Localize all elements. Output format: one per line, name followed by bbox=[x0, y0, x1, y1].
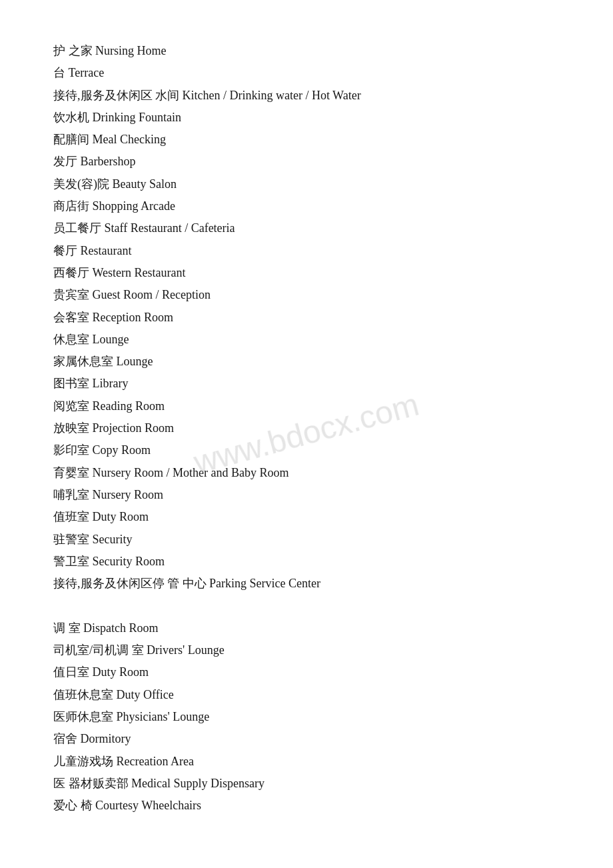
list-item: 医 器材贩卖部 Medical Supply Dispensary bbox=[53, 773, 560, 795]
list-item: 值日室 Duty Room bbox=[53, 661, 560, 683]
content-block-2: 调 室 Dispatch Room司机室/司机调 室 Drivers' Loun… bbox=[53, 617, 560, 817]
list-item: 影印室 Copy Room bbox=[53, 439, 560, 461]
list-item: 宿舍 Dormitory bbox=[53, 728, 560, 750]
list-item: 接待,服务及休闲区停 管 中心 Parking Service Center bbox=[53, 573, 560, 595]
list-item: 台 Terrace bbox=[53, 62, 560, 84]
list-item: 饮水机 Drinking Fountain bbox=[53, 107, 560, 129]
list-item: 贵宾室 Guest Room / Reception bbox=[53, 284, 560, 306]
list-item: 驻警室 Security bbox=[53, 529, 560, 551]
list-item: 会客室 Reception Room bbox=[53, 307, 560, 329]
list-item: 发厅 Barbershop bbox=[53, 151, 560, 173]
list-item: 接待,服务及休闲区 水间 Kitchen / Drinking water / … bbox=[53, 85, 560, 107]
list-item: 员工餐厅 Staff Restaurant / Cafeteria bbox=[53, 217, 560, 239]
list-item: 阅览室 Reading Room bbox=[53, 395, 560, 417]
list-item: 图书室 Library bbox=[53, 373, 560, 395]
list-item: 护 之家 Nursing Home bbox=[53, 40, 560, 62]
list-item: 商店街 Shopping Arcade bbox=[53, 195, 560, 217]
list-item: 休息室 Lounge bbox=[53, 329, 560, 351]
list-item: 司机室/司机调 室 Drivers' Lounge bbox=[53, 639, 560, 661]
list-item: 哺乳室 Nursery Room bbox=[53, 484, 560, 506]
list-item: 餐厅 Restaurant bbox=[53, 240, 560, 262]
content-block-1: 护 之家 Nursing Home台 Terrace接待,服务及休闲区 水间 K… bbox=[53, 40, 560, 595]
list-item: 值班室 Duty Room bbox=[53, 506, 560, 528]
list-item: 调 室 Dispatch Room bbox=[53, 617, 560, 639]
list-item: 配膳间 Meal Checking bbox=[53, 129, 560, 151]
list-item: 爱心 椅 Courtesy Wheelchairs bbox=[53, 795, 560, 817]
list-item: 医师休息室 Physicians' Lounge bbox=[53, 706, 560, 728]
list-item: 家属休息室 Lounge bbox=[53, 351, 560, 373]
list-item: 警卫室 Security Room bbox=[53, 551, 560, 573]
list-item: 儿童游戏场 Recreation Area bbox=[53, 751, 560, 773]
list-item: 美发(容)院 Beauty Salon bbox=[53, 173, 560, 195]
list-item: 育婴室 Nursery Room / Mother and Baby Room bbox=[53, 462, 560, 484]
list-item: 值班休息室 Duty Office bbox=[53, 684, 560, 706]
list-item: 西餐厅 Western Restaurant bbox=[53, 262, 560, 284]
list-item: 放映室 Projection Room bbox=[53, 417, 560, 439]
